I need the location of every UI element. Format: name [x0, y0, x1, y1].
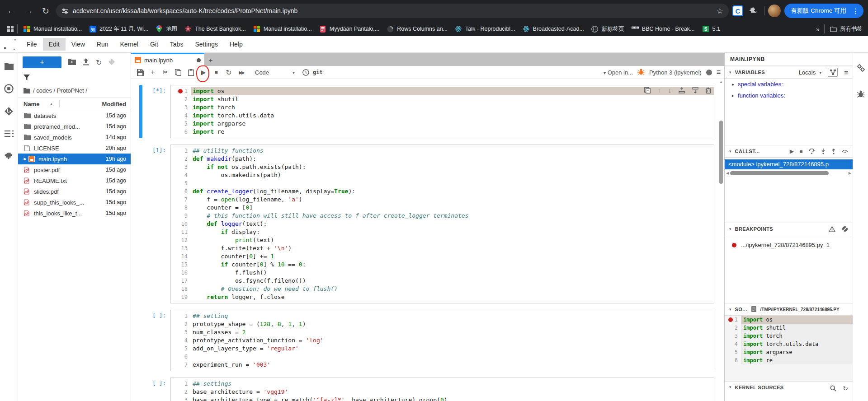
new-launcher-button[interactable]: + — [23, 56, 61, 68]
callstack-hscrollbar[interactable]: ◀ ▶ — [725, 170, 853, 176]
line-gutter[interactable]: 4 — [171, 112, 191, 120]
line-gutter[interactable]: 5 — [171, 179, 191, 187]
debugger-sidebar-bug-icon[interactable] — [856, 89, 866, 99]
collapse-icon[interactable]: ▾ — [729, 227, 731, 231]
bookmark-item[interactable]: Myydään Paritalo,... — [316, 24, 383, 34]
move-cell-up-icon[interactable]: ↑ — [658, 87, 661, 94]
restart-run-all-icon[interactable]: ▶▶ — [236, 67, 247, 77]
menu-kernel[interactable]: Kernel — [114, 38, 144, 51]
cell-editor[interactable]: 1 import os 2 import shutil 3 import tor… — [170, 85, 714, 138]
open-in-dropdown[interactable]: ▾ Open in... — [604, 69, 633, 76]
all-bookmarks-button[interactable]: 所有书签 — [830, 25, 863, 33]
continue-icon[interactable]: ▶ — [790, 148, 794, 154]
scrollbar-thumb[interactable] — [719, 121, 723, 184]
line-gutter[interactable]: 6 — [725, 356, 741, 364]
line-gutter[interactable]: 3 — [171, 328, 191, 336]
line-gutter[interactable]: 3 — [171, 103, 191, 112]
line-gutter[interactable]: 14 — [171, 252, 191, 261]
file-row[interactable]: datasets 15d ago — [18, 110, 131, 121]
menu-file[interactable]: File — [21, 38, 43, 51]
line-gutter[interactable]: 1 — [171, 147, 191, 155]
scroll-left-icon[interactable]: ◀ — [725, 171, 730, 175]
cell-collapser[interactable] — [139, 378, 142, 401]
line-gutter[interactable]: 10 — [171, 220, 191, 228]
bookmark-item[interactable]: S 5.1 — [698, 24, 724, 34]
breakpoint-row[interactable]: .../ipykernel_728/872146895.py 1 — [725, 235, 853, 248]
profile-avatar[interactable] — [768, 5, 781, 17]
forward-icon[interactable]: → — [22, 4, 35, 18]
line-gutter[interactable]: 2 — [171, 95, 191, 103]
filter-funnel-icon[interactable] — [24, 75, 30, 82]
file-row[interactable]: PDF this_looks_like_t... 15d ago — [18, 208, 131, 219]
variable-row[interactable]: ▸ special variables: — [725, 79, 853, 90]
line-gutter[interactable]: 1 — [171, 380, 191, 388]
extension-manager-icon[interactable] — [4, 151, 14, 161]
line-gutter[interactable]: 3 — [171, 396, 191, 401]
bookmark-item[interactable]: Broadcasted-Acad... — [519, 24, 588, 34]
cell-collapser[interactable] — [139, 145, 142, 303]
line-gutter[interactable]: 4 — [725, 340, 741, 348]
step-out-icon[interactable] — [831, 149, 836, 154]
line-gutter[interactable]: 18 — [171, 285, 191, 293]
line-gutter[interactable]: 6 — [171, 128, 191, 136]
file-row[interactable]: PDF supp_this_looks_... 15d ago — [18, 197, 131, 208]
collapse-icon[interactable]: ▾ — [729, 70, 731, 75]
git-clone-icon[interactable] — [108, 58, 115, 67]
hscrollbar-thumb[interactable] — [730, 171, 829, 175]
debugger-bug-icon[interactable] — [637, 68, 645, 77]
reload-icon[interactable]: ↻ — [39, 4, 52, 18]
file-row[interactable]: pretrained_mod... 15d ago — [18, 121, 131, 132]
menu-help[interactable]: Help — [224, 38, 249, 51]
menu-edit[interactable]: Edit — [43, 38, 66, 51]
collapse-icon[interactable]: ▾ — [729, 149, 731, 154]
cell-editor[interactable]: 1 ## utility functions 2 def makedir(pat… — [170, 145, 714, 303]
line-gutter[interactable]: 9 — [171, 212, 191, 220]
bookmark-item[interactable]: 新标签页 — [588, 24, 628, 34]
bookmark-item[interactable]: Manual installatio... — [19, 24, 85, 34]
line-gutter[interactable]: 12 — [171, 236, 191, 244]
menu-tabs[interactable]: Tabs — [164, 38, 189, 51]
breadcrumb[interactable]: / codes / ProtoPNet / — [18, 84, 131, 98]
open-file-icon[interactable] — [751, 306, 757, 312]
line-gutter[interactable]: 1 — [171, 312, 191, 320]
scroll-up-icon[interactable]: ▲ — [719, 80, 723, 84]
bookmark-item[interactable]: Talk - Reproducibl... — [451, 24, 519, 34]
property-inspector-icon[interactable] — [856, 63, 866, 73]
line-gutter[interactable]: 8 — [171, 204, 191, 212]
collapse-icon[interactable]: ▾ — [729, 307, 731, 312]
variables-header[interactable]: ▾ VARIABLES Locals ▾ ≡ — [725, 66, 853, 79]
run-icon[interactable]: ▶ — [198, 67, 209, 77]
kernel-name[interactable]: Python 3 (ipykernel) — [649, 69, 702, 76]
move-cell-down-icon[interactable]: ↓ — [668, 87, 671, 94]
menu-git[interactable]: Git — [144, 38, 164, 51]
bookmark-item[interactable]: 地图 — [152, 24, 181, 34]
menu-view[interactable]: View — [66, 38, 91, 51]
line-gutter[interactable]: 1 — [171, 87, 191, 95]
cell-editor[interactable]: 1 ## settings 2 base_architecture = 'vgg… — [170, 378, 714, 401]
line-gutter[interactable]: 15 — [171, 261, 191, 269]
table-of-contents-icon[interactable] — [4, 129, 14, 139]
insert-cell-icon[interactable]: + — [147, 67, 158, 77]
line-gutter[interactable]: 2 — [171, 320, 191, 328]
cell-collapser[interactable] — [139, 310, 142, 371]
line-gutter[interactable]: 5 — [171, 120, 191, 128]
file-row[interactable]: PDF README.txt 15d ago — [18, 175, 131, 186]
copy-icon[interactable] — [173, 67, 184, 77]
bookmarks-overflow-icon[interactable]: » — [816, 25, 819, 33]
panel-menu-icon[interactable]: ≡ — [717, 68, 721, 76]
site-settings-icon[interactable] — [61, 8, 68, 14]
code-cell[interactable]: [*]: 1 import os 2 import shutil 3 impor… — [139, 85, 714, 138]
cell-editor[interactable]: 1 ## setting 2 prototype_shape = (128, 8… — [170, 310, 714, 371]
line-gutter[interactable]: 19 — [171, 293, 191, 301]
cell-type-select[interactable]: Code ▾ — [251, 68, 298, 77]
paste-icon[interactable] — [185, 67, 196, 77]
pause-on-exception-icon[interactable] — [829, 226, 835, 232]
tree-view-button[interactable] — [828, 68, 838, 77]
kernel-sources-header[interactable]: ▾ KERNEL SOURCES ↻ — [725, 381, 853, 401]
line-gutter[interactable]: 11 — [171, 228, 191, 236]
upload-icon[interactable] — [82, 58, 90, 67]
refresh-icon[interactable]: ↻ — [96, 58, 102, 67]
column-name[interactable]: Name — [24, 101, 39, 107]
delete-cell-icon[interactable] — [706, 87, 711, 93]
step-over-icon[interactable] — [809, 149, 815, 154]
